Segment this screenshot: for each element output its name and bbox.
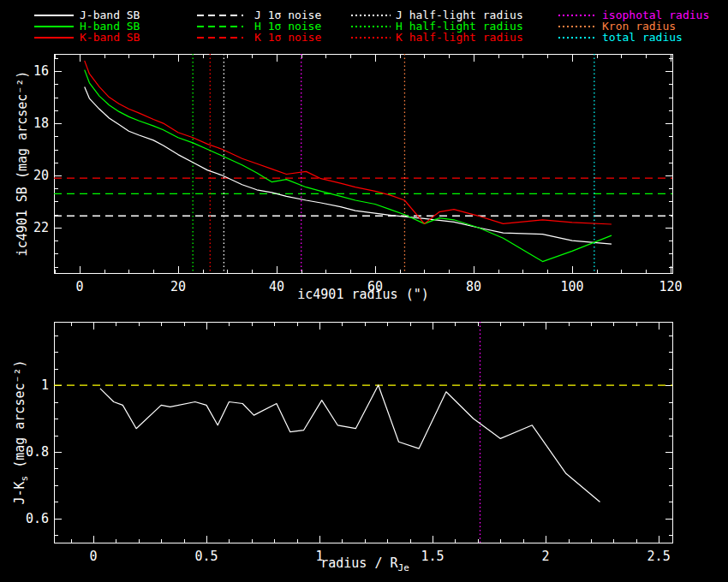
- bottom-panel-y-axis-label: J-Ks (mag arcsec⁻²): [13, 359, 32, 504]
- legend-label: K-band SB: [80, 32, 140, 43]
- legend-item-k-half-light: K half-light radius: [351, 32, 523, 43]
- y-label-rest: (mag arcsec⁻²): [12, 359, 27, 475]
- j-band-line-sample: [34, 15, 74, 16]
- legend-group-half-light: J half-light radius H half-light radius …: [351, 9, 523, 43]
- x-label-main: radius / R: [320, 555, 397, 571]
- J-Ks color profile: [100, 385, 600, 502]
- isophotal-radius-line-sample: [558, 15, 596, 16]
- panel-0-axes: [55, 55, 673, 274]
- y-label-main: J-K: [12, 482, 27, 505]
- kron-radius-line-sample: [558, 26, 596, 27]
- k-band-line-sample: [34, 37, 74, 39]
- x-label-subscript: Je: [398, 562, 409, 573]
- j-half-light-line-sample: [351, 15, 391, 16]
- legend-group-radii: isophotal radius Kron radius total radiu…: [558, 9, 709, 43]
- y-label-subscript: s: [19, 476, 30, 482]
- legend-label: K 1σ noise: [254, 32, 321, 43]
- surface-brightness-figure: 0204060801001201618202200.511.522.50.60.…: [0, 0, 728, 582]
- top-panel-x-axis-label: ic4901 radius ("): [297, 288, 429, 301]
- top-panel-y-axis-label: ic4901 SB (mag arcsec⁻²): [15, 71, 29, 257]
- k-noise-line-sample: [197, 37, 243, 39]
- panel-1-axes: [55, 323, 673, 543]
- legend-item-total-radius: total radius: [558, 32, 709, 43]
- legend-group-band-sb: J-band SB H-band SB K-band SB: [34, 9, 140, 43]
- legend-label: K half-light radius: [396, 32, 523, 43]
- bottom-panel-x-axis-label: radius / RJe: [320, 556, 409, 575]
- legend-label: total radius: [602, 32, 683, 43]
- k-half-light-line-sample: [351, 37, 391, 39]
- legend-group-noise: J 1σ noise H 1σ noise K 1σ noise: [197, 9, 321, 43]
- legend-item-k-noise: K 1σ noise: [197, 32, 321, 43]
- total-radius-line-sample: [558, 37, 596, 39]
- legend-item-k-band-sb: K-band SB: [34, 32, 140, 43]
- H-band SB: [85, 70, 612, 262]
- K-band SB: [85, 61, 612, 224]
- h-band-line-sample: [34, 26, 74, 27]
- h-noise-line-sample: [197, 26, 243, 27]
- j-noise-line-sample: [197, 15, 243, 16]
- h-half-light-line-sample: [351, 26, 391, 27]
